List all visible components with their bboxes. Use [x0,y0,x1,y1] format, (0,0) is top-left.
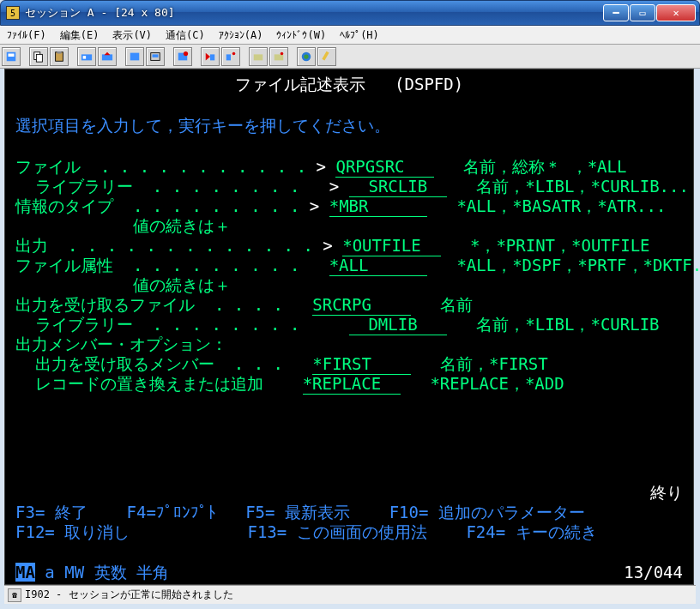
label-fileattr: ファイル属性 . . . . . . . . . [15,256,299,274]
row-more1: 値の続きは＋ [15,216,683,236]
svg-rect-8 [102,54,112,60]
oia-cursor-pos: 13/044 [624,563,683,582]
svg-rect-1 [9,53,15,57]
oia-mode: 英数 半角 [94,563,169,582]
label-infotype: 情報のタイプ . . . . . . . . . [15,196,299,215]
field-outmbr[interactable]: *FIRST [312,354,410,375]
svg-marker-9 [105,51,111,55]
toolbar-btn-6[interactable] [125,47,144,66]
svg-rect-12 [153,54,159,57]
status-bar: ☎ I902 - セッションが正常に開始されました [4,585,696,604]
svg-point-14 [184,51,188,55]
row-lib1: ライブラリー . . . . . . . . > SRCLIB 名前，*LIBL… [15,177,683,197]
status-icon: ☎ [8,588,21,602]
row-lib2: ライブラリー . . . . . . . . DMLIB 名前，*LIBL，*C… [15,315,683,335]
menu-window[interactable]: ｳｨﾝﾄﾞｳ(W) [273,27,329,43]
field-file[interactable]: QRPGSRC [335,157,433,178]
toolbar-btn-4[interactable] [77,47,96,66]
svg-rect-5 [57,51,61,53]
maximize-button[interactable]: ▭ [630,4,655,21]
field-infotype[interactable]: *MBR [329,196,427,217]
oia-ma: MA [15,563,35,582]
label-output: 出力 . . . . . . . . . . . . . [15,236,313,255]
menu-view[interactable]: 表示(V) [109,27,155,45]
svg-point-23 [304,54,308,58]
row-fileattr: ファイル属性 . . . . . . . . . *ALL *ALL，*DSPF… [15,256,683,276]
toolbar-btn-8[interactable] [173,47,192,66]
screen-title: ファイル記述表示 (DSPFD) [5,75,693,94]
field-replace[interactable]: *REPLACE [303,374,401,395]
hint-infotype: *ALL，*BASATR，*ATR... [456,196,666,215]
field-fileattr[interactable]: *ALL [329,256,427,276]
field-lib1[interactable]: SRCLIB [349,177,447,197]
instruction-text: 選択項目を入力して，実行キーを押してください。 [15,116,683,136]
svg-point-21 [281,51,284,55]
toolbar-btn-7[interactable] [146,47,165,66]
svg-rect-24 [322,51,329,60]
label-outfile: 出力を受け取るファイル . . . . [15,295,283,314]
svg-point-18 [232,51,236,55]
label-file: ファイル . . . . . . . . . . . [15,157,306,176]
title-bar: 5 セッション A - [24 x 80] ━ ▭ ✕ [0,0,700,26]
hint-file: 名前，総称＊ ，*ALL [463,157,626,176]
row-infotype: 情報のタイプ . . . . . . . . . > *MBR *ALL，*BA… [15,196,683,217]
fkeys-row-1: F3= 終了 F4=ﾌﾟﾛﾝﾌﾟﾄ F5= 最新表示 F10= 追加のパラメータ… [15,503,683,522]
svg-rect-3 [36,54,42,62]
hint-replace: *REPLACE，*ADD [430,374,564,393]
svg-rect-10 [130,52,140,60]
row-outmbropt: 出力メンバー・オプション： [15,335,683,354]
hint-outmbr: 名前，*FIRST [440,354,548,373]
hint-fileattr: *ALL，*DSPF，*PRTF，*DKTF... [456,256,700,274]
svg-rect-16 [210,54,214,60]
toolbar-btn-9[interactable] [201,47,220,66]
row-outmbr: 出力を受け取るメンバー . . . *FIRST 名前，*FIRST [15,354,683,375]
row-output: 出力 . . . . . . . . . . . . . > *OUTFILE … [15,236,683,256]
row-outfile: 出力を受け取るファイル . . . . SRCRPG 名前 [15,295,683,316]
hint-lib1: 名前，*LIBL，*CURLIB... [476,177,689,196]
help-icon[interactable] [297,47,316,66]
window-buttons: ━ ▭ ✕ [603,4,696,21]
app-icon: 5 [6,6,20,20]
oia-mw: MW [64,563,84,582]
terminal-screen[interactable]: ファイル記述表示 (DSPFD) 選択項目を入力して，実行キーを押してください。… [4,69,694,585]
menu-edit[interactable]: 編集(E) [57,27,103,45]
operator-info-area: MA a MW 英数 半角13/044 [15,563,683,582]
svg-rect-19 [254,54,263,60]
close-button[interactable]: ✕ [656,4,696,21]
field-lib2[interactable]: DMLIB [349,315,447,335]
toolbar-btn-14[interactable] [317,47,336,66]
hint-outfile: 名前 [440,295,473,314]
label-lib2: ライブラリー . . . . . . . . [15,315,319,334]
svg-rect-17 [226,54,231,60]
toolbar-btn-5[interactable] [98,47,117,66]
svg-marker-15 [206,52,210,60]
row-file: ファイル . . . . . . . . . . . > QRPGSRC 名前，… [15,157,683,178]
toolbar [0,45,700,69]
label-lib1: ライブラリー . . . . . . . . [15,177,319,196]
oia-a: a [45,563,54,582]
menu-help[interactable]: ﾍﾙﾌﾟ(H) [336,27,383,43]
hint-lib2: 名前，*LIBL，*CURLIB [476,315,659,334]
row-more2: 値の続きは＋ [15,275,683,295]
svg-rect-20 [275,54,284,60]
label-outmbr: 出力を受け取るメンバー . . . [15,354,283,373]
row-replace: レコードの置き換えまたは追加 *REPLACE *REPLACE，*ADD [15,374,683,395]
menu-action[interactable]: ｱｸｼｮﾝ(A) [215,27,267,43]
menu-file[interactable]: ﾌｧｲﾙ(F) [3,27,50,43]
menu-comm[interactable]: 通信(C) [162,27,208,45]
toolbar-btn-12[interactable] [269,47,288,66]
toolbar-btn-10[interactable] [221,47,240,66]
status-message: I902 - セッションが正常に開始されました [25,588,233,602]
toolbar-btn-11[interactable] [249,47,268,66]
window-title: セッション A - [24 x 80] [25,5,603,21]
toolbar-btn-1[interactable] [2,47,21,66]
label-replace: レコードの置き換えまたは追加 [15,374,273,393]
paste-icon[interactable] [50,47,69,66]
minimize-button[interactable]: ━ [603,4,629,21]
menu-bar: ﾌｧｲﾙ(F) 編集(E) 表示(V) 通信(C) ｱｸｼｮﾝ(A) ｳｨﾝﾄﾞ… [0,26,700,45]
hint-output: *，*PRINT，*OUTFILE [470,236,650,255]
copy-icon[interactable] [29,47,48,66]
field-output[interactable]: *OUTFILE [342,236,440,256]
field-outfile[interactable]: SRCRPG [312,295,410,316]
bottom-indicator: 終り [15,483,683,503]
